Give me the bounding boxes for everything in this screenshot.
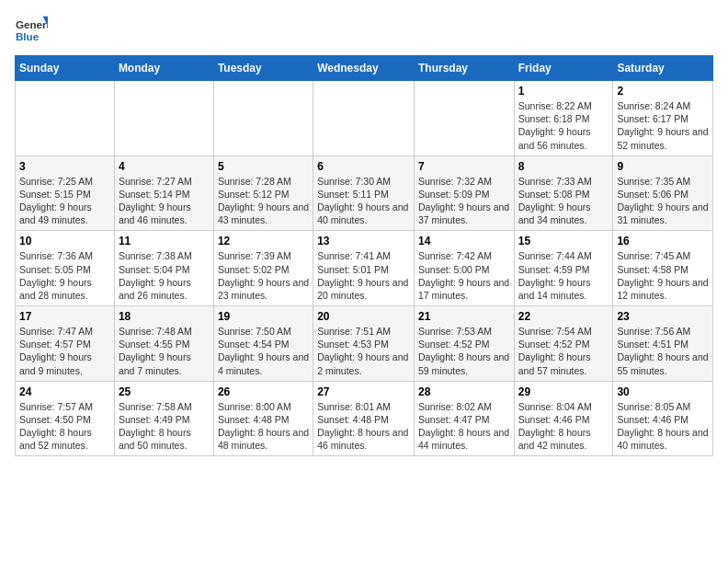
day-number: 27 [317,385,410,398]
calendar-cell: 4Sunrise: 7:27 AM Sunset: 5:14 PM Daylig… [114,155,213,231]
day-info: Sunrise: 8:04 AM Sunset: 4:46 PM Dayligh… [518,400,609,453]
day-number: 11 [119,235,210,247]
day-number: 25 [119,385,210,398]
day-number: 12 [218,235,309,247]
calendar-table: SundayMondayTuesdayWednesdayThursdayFrid… [15,55,713,456]
logo-icon: General Blue [15,15,48,48]
day-number: 29 [518,385,609,398]
day-info: Sunrise: 7:57 AM Sunset: 4:50 PM Dayligh… [19,400,110,453]
calendar-cell: 10Sunrise: 7:36 AM Sunset: 5:05 PM Dayli… [16,231,115,306]
day-info: Sunrise: 7:38 AM Sunset: 5:04 PM Dayligh… [119,249,210,302]
calendar-cell: 16Sunrise: 7:45 AM Sunset: 4:58 PM Dayli… [613,231,713,306]
calendar-week-row: 3Sunrise: 7:25 AM Sunset: 5:15 PM Daylig… [16,155,713,231]
calendar-cell: 15Sunrise: 7:44 AM Sunset: 4:59 PM Dayli… [514,231,613,306]
day-number: 8 [518,160,609,173]
calendar-week-row: 1Sunrise: 8:22 AM Sunset: 6:18 PM Daylig… [16,81,713,156]
calendar-cell: 29Sunrise: 8:04 AM Sunset: 4:46 PM Dayli… [514,381,613,456]
day-info: Sunrise: 7:51 AM Sunset: 4:53 PM Dayligh… [317,325,410,377]
calendar-cell: 12Sunrise: 7:39 AM Sunset: 5:02 PM Dayli… [213,231,313,306]
day-number: 4 [119,160,210,173]
day-info: Sunrise: 7:48 AM Sunset: 4:55 PM Dayligh… [119,325,210,377]
calendar-cell [16,81,115,156]
day-info: Sunrise: 7:28 AM Sunset: 5:12 PM Dayligh… [218,175,309,227]
day-header-thursday: Thursday [414,56,514,81]
calendar-cell: 6Sunrise: 7:30 AM Sunset: 5:11 PM Daylig… [313,155,415,231]
day-info: Sunrise: 8:01 AM Sunset: 4:48 PM Dayligh… [317,400,410,453]
calendar-cell: 24Sunrise: 7:57 AM Sunset: 4:50 PM Dayli… [16,381,115,456]
day-info: Sunrise: 7:30 AM Sunset: 5:11 PM Dayligh… [317,175,410,227]
day-info: Sunrise: 8:00 AM Sunset: 4:48 PM Dayligh… [218,400,309,453]
calendar-week-row: 10Sunrise: 7:36 AM Sunset: 5:05 PM Dayli… [16,231,713,306]
day-number: 20 [317,310,410,323]
day-number: 1 [518,85,609,98]
day-info: Sunrise: 7:47 AM Sunset: 4:57 PM Dayligh… [19,325,110,377]
day-number: 21 [418,310,510,323]
calendar-cell: 21Sunrise: 7:53 AM Sunset: 4:52 PM Dayli… [414,306,514,382]
calendar-cell: 19Sunrise: 7:50 AM Sunset: 4:54 PM Dayli… [213,306,313,382]
day-header-friday: Friday [514,56,613,81]
day-header-tuesday: Tuesday [213,56,313,81]
day-number: 14 [418,235,510,247]
day-info: Sunrise: 7:41 AM Sunset: 5:01 PM Dayligh… [317,249,410,302]
day-info: Sunrise: 7:27 AM Sunset: 5:14 PM Dayligh… [119,175,210,227]
calendar-cell: 18Sunrise: 7:48 AM Sunset: 4:55 PM Dayli… [114,306,213,382]
calendar-cell: 7Sunrise: 7:32 AM Sunset: 5:09 PM Daylig… [414,155,514,231]
day-number: 5 [218,160,309,173]
calendar-cell: 20Sunrise: 7:51 AM Sunset: 4:53 PM Dayli… [313,306,415,382]
day-number: 26 [218,385,309,398]
calendar-cell: 13Sunrise: 7:41 AM Sunset: 5:01 PM Dayli… [313,231,415,306]
day-info: Sunrise: 7:50 AM Sunset: 4:54 PM Dayligh… [218,325,309,377]
day-info: Sunrise: 8:05 AM Sunset: 4:46 PM Dayligh… [617,400,709,453]
day-info: Sunrise: 7:39 AM Sunset: 5:02 PM Dayligh… [218,249,309,302]
calendar-week-row: 17Sunrise: 7:47 AM Sunset: 4:57 PM Dayli… [16,306,713,382]
day-info: Sunrise: 8:22 AM Sunset: 6:18 PM Dayligh… [518,99,609,152]
day-number: 17 [19,310,110,323]
day-header-wednesday: Wednesday [313,56,415,81]
day-info: Sunrise: 7:44 AM Sunset: 4:59 PM Dayligh… [518,249,609,302]
day-number: 22 [518,310,609,323]
day-info: Sunrise: 7:35 AM Sunset: 5:06 PM Dayligh… [617,175,709,227]
calendar-cell: 30Sunrise: 8:05 AM Sunset: 4:46 PM Dayli… [613,381,713,456]
calendar-cell: 9Sunrise: 7:35 AM Sunset: 5:06 PM Daylig… [613,155,713,231]
day-number: 30 [617,385,709,398]
day-number: 9 [617,160,709,173]
svg-text:General: General [16,18,48,30]
page-header: General Blue [15,15,713,48]
calendar-week-row: 24Sunrise: 7:57 AM Sunset: 4:50 PM Dayli… [16,381,713,456]
calendar-cell: 28Sunrise: 8:02 AM Sunset: 4:47 PM Dayli… [414,381,514,456]
calendar-cell: 3Sunrise: 7:25 AM Sunset: 5:15 PM Daylig… [16,155,115,231]
logo: General Blue [15,15,51,48]
calendar-cell: 11Sunrise: 7:38 AM Sunset: 5:04 PM Dayli… [114,231,213,306]
day-number: 10 [19,235,110,247]
calendar-cell: 8Sunrise: 7:33 AM Sunset: 5:08 PM Daylig… [514,155,613,231]
day-number: 7 [418,160,510,173]
day-info: Sunrise: 7:25 AM Sunset: 5:15 PM Dayligh… [19,175,110,227]
day-number: 19 [218,310,309,323]
day-header-sunday: Sunday [16,56,115,81]
day-number: 18 [119,310,210,323]
day-info: Sunrise: 8:02 AM Sunset: 4:47 PM Dayligh… [418,400,510,453]
day-info: Sunrise: 7:33 AM Sunset: 5:08 PM Dayligh… [518,175,609,227]
calendar-cell [213,81,313,156]
day-info: Sunrise: 7:42 AM Sunset: 5:00 PM Dayligh… [418,249,510,302]
day-number: 15 [518,235,609,247]
day-number: 24 [19,385,110,398]
day-number: 16 [617,235,709,247]
calendar-cell: 14Sunrise: 7:42 AM Sunset: 5:00 PM Dayli… [414,231,514,306]
calendar-cell: 5Sunrise: 7:28 AM Sunset: 5:12 PM Daylig… [213,155,313,231]
calendar-cell: 2Sunrise: 8:24 AM Sunset: 6:17 PM Daylig… [613,81,713,156]
day-info: Sunrise: 8:24 AM Sunset: 6:17 PM Dayligh… [617,99,709,152]
day-number: 13 [317,235,410,247]
calendar-header-row: SundayMondayTuesdayWednesdayThursdayFrid… [16,56,713,81]
calendar-cell [114,81,213,156]
calendar-cell: 22Sunrise: 7:54 AM Sunset: 4:52 PM Dayli… [514,306,613,382]
day-number: 2 [617,85,709,98]
calendar-cell: 17Sunrise: 7:47 AM Sunset: 4:57 PM Dayli… [16,306,115,382]
day-info: Sunrise: 7:58 AM Sunset: 4:49 PM Dayligh… [119,400,210,453]
day-number: 23 [617,310,709,323]
calendar-cell: 25Sunrise: 7:58 AM Sunset: 4:49 PM Dayli… [114,381,213,456]
calendar-cell [313,81,415,156]
day-header-saturday: Saturday [613,56,713,81]
calendar-cell: 27Sunrise: 8:01 AM Sunset: 4:48 PM Dayli… [313,381,415,456]
day-number: 3 [19,160,110,173]
